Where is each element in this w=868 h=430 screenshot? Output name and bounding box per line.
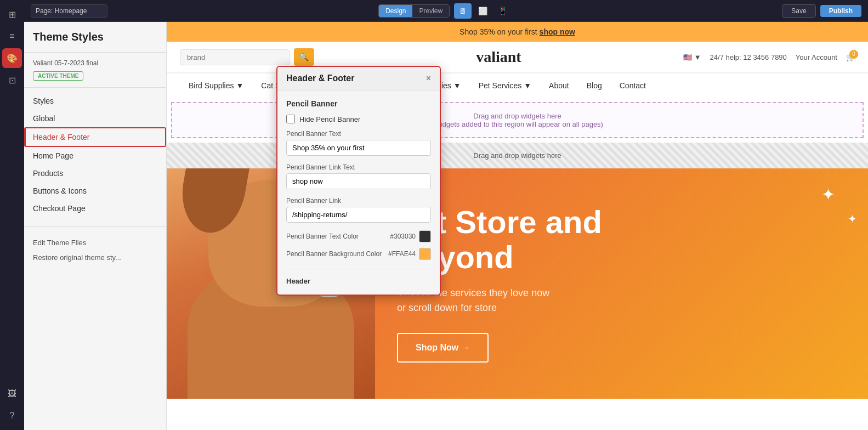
- header-subsection: Header: [286, 269, 431, 286]
- top-bar-center: Design Preview 🖥 ⬜ 📱: [112, 3, 778, 19]
- store-logo: valiant: [476, 48, 521, 66]
- mobile-viewport-icon[interactable]: 📱: [493, 3, 511, 19]
- hero-section: ‹ Pet Store and Beyond Choose the servic…: [167, 168, 868, 399]
- theme-version: Valiant 05-7-2023 final: [33, 59, 157, 67]
- pencil-banner-link-input[interactable]: [286, 207, 431, 223]
- search-button[interactable]: 🔍: [294, 48, 314, 66]
- modal-body: Pencil Banner Hide Pencil Banner Pencil …: [277, 90, 440, 295]
- toolbar-help-icon[interactable]: ?: [2, 406, 22, 426]
- toolbar-pages-icon[interactable]: 🖼: [2, 384, 22, 404]
- nav-item-global[interactable]: Global: [24, 110, 166, 127]
- toolbar-layout-icon[interactable]: ⊡: [2, 70, 22, 90]
- nav-petservices-dropdown-icon: ▼: [524, 81, 531, 90]
- pencil-banner-text-label: Pencil Banner Text: [286, 130, 431, 138]
- page-selector[interactable]: Page: Homepage: [31, 4, 107, 18]
- lang-dropdown-icon: ▼: [694, 53, 701, 61]
- account-text[interactable]: Your Account: [796, 53, 837, 61]
- pencil-banner-text-color-row: Pencil Banner Text Color #303030: [286, 230, 431, 242]
- pencil-banner-text-color-label: Pencil Banner Text Color: [286, 233, 359, 240]
- modal-title: Header & Footer: [286, 73, 354, 83]
- cart-icon[interactable]: 🛒 0: [846, 53, 855, 61]
- active-theme-badge: ACTIVE THEME: [33, 71, 83, 81]
- content-area: Theme Styles Valiant 05-7-2023 final ACT…: [24, 22, 868, 430]
- nav-blog[interactable]: Blog: [578, 73, 611, 98]
- pencil-banner: Shop 35% on your first shop now: [167, 22, 868, 42]
- pencil-banner-section-title: Pencil Banner: [286, 99, 431, 108]
- pencil-banner-text-color-right: #303030: [390, 230, 431, 242]
- toolbar-theme-icon[interactable]: 🎨: [2, 48, 22, 68]
- nav-item-home-page[interactable]: Home Page: [24, 147, 166, 165]
- hero-title: Pet Store and Beyond: [397, 205, 835, 275]
- viewport-icons: 🖥 ⬜ 📱: [454, 3, 511, 19]
- pencil-banner-link-label: Pencil Banner Link: [286, 197, 431, 205]
- drop-zone-1: Drag and drop widgets here (Widgets adde…: [171, 102, 864, 138]
- hide-pencil-banner-checkbox[interactable]: [286, 115, 295, 123]
- drop-zone-2-text: Drag and drop widgets here: [473, 151, 561, 160]
- pencil-banner-text-color-hex: #303030: [390, 233, 416, 240]
- main-area: Page: Homepage Design Preview 🖥 ⬜ 📱 Save…: [24, 0, 868, 430]
- store-header-left: 🔍: [180, 48, 314, 66]
- nav-about[interactable]: About: [540, 73, 578, 98]
- nav-bird-dropdown-icon: ▼: [236, 81, 244, 90]
- theme-info: Valiant 05-7-2023 final ACTIVE THEME: [24, 53, 166, 88]
- panel-nav: Styles Global Header & Footer Home Page …: [24, 88, 166, 269]
- preview-area: Shop 35% on your first shop now 🔍 valian…: [167, 22, 868, 430]
- design-button[interactable]: Design: [379, 5, 412, 17]
- left-panel: Theme Styles Valiant 05-7-2023 final ACT…: [24, 22, 167, 430]
- hero-subtitle: Choose the services they love now or scr…: [397, 286, 835, 315]
- restore-theme-link[interactable]: Restore original theme sty...: [24, 250, 166, 265]
- pencil-banner-bg-color-swatch[interactable]: [419, 248, 431, 260]
- left-toolbar: ⊞ ≡ 🎨 ⊡ 🖼 ?: [0, 0, 24, 430]
- pencil-banner-link-text-label: Pencil Banner Link Text: [286, 163, 431, 171]
- help-text: 24/7 help: 12 3456 7890: [710, 53, 787, 61]
- drop-zone-2: Drag and drop widgets here: [167, 143, 868, 168]
- publish-button[interactable]: Publish: [820, 5, 861, 17]
- toolbar-home-icon[interactable]: ⊞: [2, 4, 22, 24]
- store-header: 🔍 valiant 🇺🇸 ▼ 24/7 help: 12 3456 7890 Y…: [167, 42, 868, 73]
- pencil-banner-link-text-input[interactable]: [286, 173, 431, 189]
- pencil-banner-link-text-group: Pencil Banner Link Text: [286, 163, 431, 189]
- pencil-banner-text-input[interactable]: [286, 140, 431, 156]
- top-bar-left: Page: Homepage: [31, 4, 107, 18]
- nav-contact[interactable]: Contact: [611, 73, 655, 98]
- header-sub-title: Header: [286, 277, 310, 285]
- tablet-viewport-icon[interactable]: ⬜: [474, 3, 491, 19]
- design-preview-group: Design Preview: [378, 4, 450, 18]
- desktop-viewport-icon[interactable]: 🖥: [454, 3, 472, 19]
- pencil-banner-bg-color-right: #FFAE44: [388, 248, 431, 260]
- pencil-banner-link[interactable]: shop now: [540, 27, 575, 36]
- header-footer-modal: Header & Footer × Pencil Banner Hide Pen…: [276, 66, 441, 296]
- toolbar-menu-icon[interactable]: ≡: [2, 26, 22, 46]
- header-right: 🇺🇸 ▼ 24/7 help: 12 3456 7890 Your Accoun…: [683, 53, 855, 61]
- preview-button[interactable]: Preview: [412, 5, 449, 17]
- nav-pet-services[interactable]: Pet Services ▼: [470, 73, 540, 98]
- shop-now-button[interactable]: Shop Now →: [397, 333, 489, 363]
- nav-item-styles[interactable]: Styles: [24, 92, 166, 110]
- hero-content: Pet Store and Beyond Choose the services…: [375, 172, 868, 395]
- pencil-banner-bg-color-hex: #FFAE44: [388, 250, 416, 258]
- nav-item-buttons-icons[interactable]: Buttons & Icons: [24, 182, 166, 200]
- hide-pencil-banner-row: Hide Pencil Banner: [286, 115, 431, 123]
- modal-close-button[interactable]: ×: [426, 73, 431, 83]
- cart-badge: 0: [849, 50, 858, 59]
- flag-icon: 🇺🇸: [683, 53, 692, 61]
- pencil-banner-text-group: Pencil Banner Text: [286, 130, 431, 156]
- nav-item-checkout-page[interactable]: Checkout Page: [24, 200, 166, 217]
- nav-bird-supplies[interactable]: Bird Supplies ▼: [180, 73, 252, 98]
- hero-subtitle-line2: or scroll down for store: [397, 302, 497, 313]
- pencil-banner-text-color-swatch[interactable]: [419, 230, 431, 242]
- edit-theme-files-link[interactable]: Edit Theme Files: [24, 235, 166, 250]
- flag-lang[interactable]: 🇺🇸 ▼: [683, 53, 701, 61]
- pencil-banner-text: Shop 35% on your first: [459, 27, 540, 36]
- nav-fish-dropdown-icon: ▼: [453, 81, 461, 90]
- panel-title: Theme Styles: [24, 22, 166, 53]
- pencil-banner-link-group: Pencil Banner Link: [286, 197, 431, 223]
- panel-nav-section: Edit Theme Files Restore original theme …: [24, 226, 166, 265]
- save-button[interactable]: Save: [782, 4, 815, 18]
- nav-item-header-footer[interactable]: Header & Footer: [24, 127, 166, 147]
- pencil-banner-bg-color-label: Pencil Banner Background Color: [286, 250, 382, 258]
- header-search-input[interactable]: [180, 49, 290, 65]
- top-bar: Page: Homepage Design Preview 🖥 ⬜ 📱 Save…: [24, 0, 868, 22]
- store-preview: Shop 35% on your first shop now 🔍 valian…: [167, 22, 868, 430]
- nav-item-products[interactable]: Products: [24, 165, 166, 182]
